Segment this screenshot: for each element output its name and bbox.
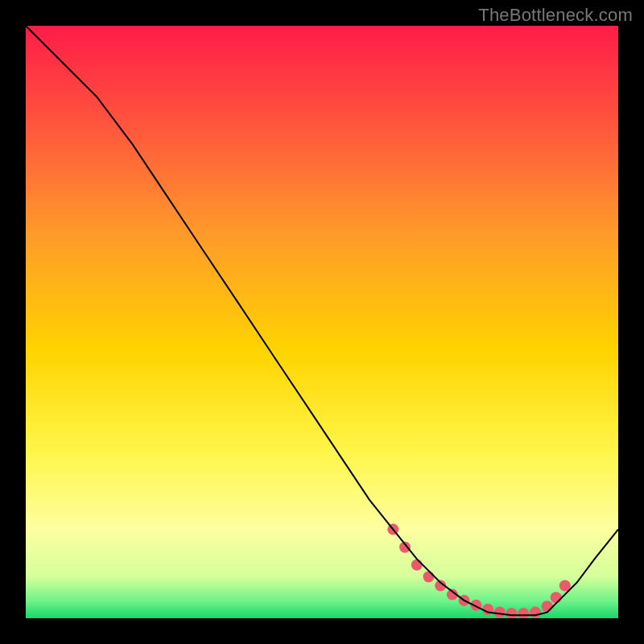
highlight-dot — [423, 572, 435, 583]
chart-frame: TheBottleneck.com — [0, 0, 644, 644]
watermark-text: TheBottleneck.com — [478, 5, 633, 26]
highlight-dot — [551, 592, 562, 603]
highlight-dot — [411, 559, 423, 571]
highlight-dot — [530, 607, 541, 618]
highlight-dot — [494, 607, 506, 618]
highlight-dot — [542, 601, 553, 612]
gradient-background — [26, 26, 618, 618]
chart-svg — [26, 26, 618, 618]
plot-area — [26, 26, 618, 618]
